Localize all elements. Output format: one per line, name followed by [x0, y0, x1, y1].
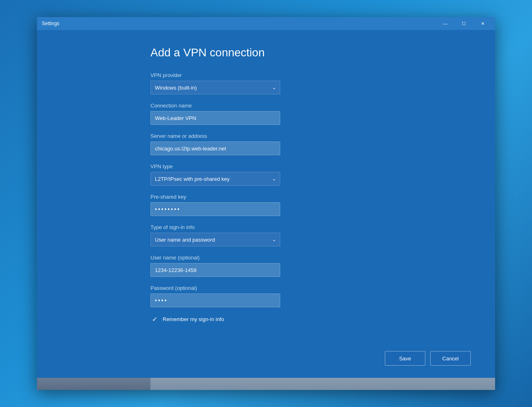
server-name-group: Server name or address: [150, 133, 495, 155]
vpn-provider-select[interactable]: Windows (built-in): [150, 81, 280, 94]
form-container: Add a VPN connection VPN provider Window…: [37, 30, 495, 343]
taskbar: [37, 378, 495, 390]
content-area: Add a VPN connection VPN provider Window…: [37, 30, 495, 378]
taskbar-right: [150, 378, 495, 390]
pre-shared-key-group: Pre-shared key: [150, 194, 495, 216]
remember-signin-check-icon: ✓: [150, 315, 159, 323]
remember-signin-row: ✓ Remember my sign-in info: [150, 315, 495, 323]
window-title: Settings: [42, 21, 59, 26]
button-row: Save Cancel: [37, 343, 495, 378]
password-label: Password (optional): [150, 285, 495, 291]
cancel-button[interactable]: Cancel: [430, 351, 471, 366]
connection-name-label: Connection name: [150, 103, 495, 109]
close-button[interactable]: ✕: [473, 17, 492, 30]
taskbar-left: [37, 378, 150, 390]
remember-signin-label: Remember my sign-in info: [163, 316, 224, 322]
sign-in-type-group: Type of sign-in info User name and passw…: [150, 224, 495, 246]
minimize-icon: —: [443, 21, 448, 26]
minimize-button[interactable]: —: [436, 17, 455, 30]
server-name-input[interactable]: [150, 141, 280, 155]
pre-shared-key-input[interactable]: [150, 202, 280, 216]
vpn-type-wrapper: L2TP/IPsec with pre-shared key ⌄: [150, 172, 280, 186]
save-button[interactable]: Save: [385, 351, 425, 366]
settings-window: Settings — ☐ ✕ Add a VPN connection VPN …: [37, 17, 495, 390]
vpn-provider-group: VPN provider Windows (built-in) ⌄: [150, 72, 495, 94]
titlebar-buttons: — ☐ ✕: [436, 17, 492, 30]
password-input[interactable]: [150, 293, 280, 307]
vpn-provider-label: VPN provider: [150, 72, 495, 78]
maximize-button[interactable]: ☐: [455, 17, 473, 30]
vpn-type-select[interactable]: L2TP/IPsec with pre-shared key: [150, 172, 280, 186]
titlebar: Settings — ☐ ✕: [37, 17, 495, 30]
maximize-icon: ☐: [462, 21, 466, 26]
sign-in-type-wrapper: User name and password ⌄: [150, 233, 280, 246]
server-name-label: Server name or address: [150, 133, 495, 139]
vpn-provider-wrapper: Windows (built-in) ⌄: [150, 81, 280, 94]
sign-in-type-label: Type of sign-in info: [150, 224, 495, 230]
connection-name-input[interactable]: [150, 111, 280, 125]
sign-in-type-select[interactable]: User name and password: [150, 233, 280, 246]
pre-shared-key-label: Pre-shared key: [150, 194, 495, 200]
username-label: User name (optional): [150, 255, 495, 261]
vpn-type-label: VPN type: [150, 163, 495, 169]
connection-name-group: Connection name: [150, 103, 495, 125]
page-title: Add a VPN connection: [150, 46, 495, 59]
username-input[interactable]: [150, 263, 280, 277]
password-group: Password (optional): [150, 285, 495, 307]
username-group: User name (optional): [150, 255, 495, 277]
vpn-type-group: VPN type L2TP/IPsec with pre-shared key …: [150, 163, 495, 186]
close-icon: ✕: [481, 21, 485, 26]
